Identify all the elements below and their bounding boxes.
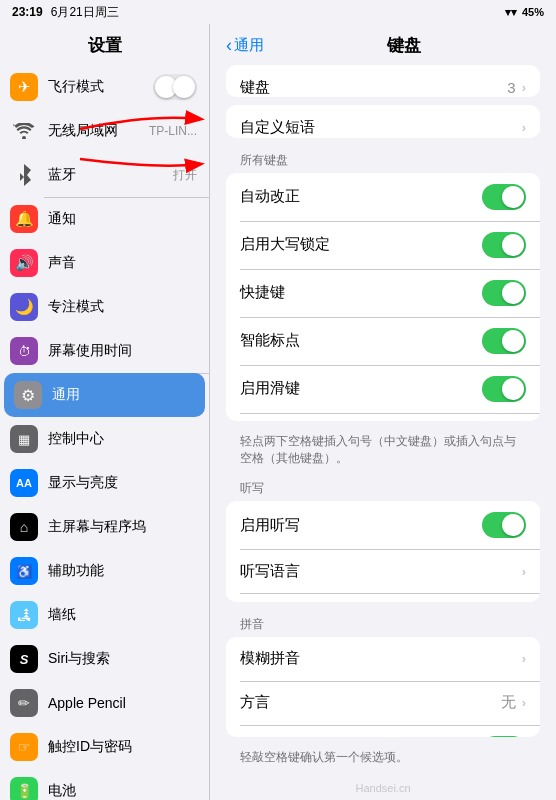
dictation-language-row[interactable]: 听写语言 › [226,549,540,593]
back-chevron-icon: ‹ [226,35,232,56]
enable-dictation-label: 启用听写 [240,516,482,535]
watermark: Handsei.cn [210,774,556,800]
period-shortcut-note: 轻点两下空格键插入句号（中文键盘）或插入句点与空格（其他键盘）。 [210,429,556,475]
sidebar-label-bluetooth: 蓝牙 [48,166,163,184]
auto-correct-label: 自动改正 [240,187,482,206]
sound-icon: 🔊 [10,249,38,277]
battery-indicator: 45% [522,6,544,18]
sidebar: 设置 ✈ 飞行模式 无线局域网 TP-LIN... 蓝牙 打开 🔔 通 [0,24,210,800]
sidebar-label-wallpaper: 墙纸 [48,606,197,624]
floating-slide-row[interactable]: 在浮动键盘上滑行键入 [226,413,540,421]
custom-shortcuts-row[interactable]: 自定义短语 › [226,105,540,137]
slide-typing-label: 启用滑键 [240,379,482,398]
keyboards-value: 3 [507,79,515,96]
keyboards-chevron-icon: › [522,80,526,95]
dialect-value: 无 [501,693,516,712]
auto-caps-row[interactable]: 启用大写锁定 [226,221,540,269]
sidebar-item-accessibility[interactable]: ♿ 辅助功能 [0,549,209,593]
touchid-icon: ☞ [10,733,38,761]
sidebar-label-general: 通用 [52,386,193,404]
dialect-label: 方言 [240,693,501,712]
dictation-section-label: 听写 [210,474,556,501]
auto-caps-label: 启用大写锁定 [240,235,482,254]
sidebar-item-general[interactable]: ⚙ 通用 [4,373,205,417]
sidebar-item-wallpaper[interactable]: 🏞 墙纸 [0,593,209,637]
sidebar-item-notification[interactable]: 🔔 通知 [0,197,209,241]
airplane-icon: ✈ [10,73,38,101]
dictation-language-label: 听写语言 [240,562,522,581]
home-icon: ⌂ [10,513,38,541]
wifi-icon: ▾▾ [505,6,517,19]
sidebar-label-control: 控制中心 [48,430,197,448]
wallpaper-icon: 🏞 [10,601,38,629]
siri-icon: S [10,645,38,673]
sidebar-item-touchid[interactable]: ☞ 触控ID与密码 [0,725,209,769]
dictation-group: 启用听写 听写语言 › 关于听写与隐私... [226,501,540,601]
bluetooth-icon [10,161,38,189]
dictation-privacy-row[interactable]: 关于听写与隐私... [226,593,540,601]
fuzzy-pinyin-row[interactable]: 模糊拼音 › [226,637,540,681]
enable-dictation-row[interactable]: 启用听写 [226,501,540,549]
auto-correct-row[interactable]: 自动改正 [226,173,540,221]
space-confirm-row[interactable]: 空格键确认 [226,725,540,737]
sidebar-item-focus[interactable]: 🌙 专注模式 [0,285,209,329]
back-label[interactable]: 通用 [234,36,264,55]
sidebar-item-screentime[interactable]: ⏱ 屏幕使用时间 [0,329,209,373]
bluetooth-value: 打开 [173,167,197,184]
sidebar-item-bluetooth[interactable]: 蓝牙 打开 [0,153,209,197]
sidebar-label-focus: 专注模式 [48,298,197,316]
custom-shortcuts-label: 自定义短语 [240,118,522,137]
focus-icon: 🌙 [10,293,38,321]
content-panel: ‹ 通用 键盘 键盘 3 › 自定义短语 › 所有键盘 自动改正 [210,24,556,800]
sidebar-label-sound: 声音 [48,254,197,272]
fuzzy-pinyin-label: 模糊拼音 [240,649,522,668]
all-keyboards-section-label: 所有键盘 [210,146,556,173]
content-title: 键盘 [268,34,540,57]
smart-punctuation-row[interactable]: 智能标点 [226,317,540,365]
dialect-row[interactable]: 方言 无 › [226,681,540,725]
status-bar: 23:19 6月21日周三 ▾▾ 45% [0,0,556,24]
main-layout: 设置 ✈ 飞行模式 无线局域网 TP-LIN... 蓝牙 打开 🔔 通 [0,24,556,800]
sidebar-label-wifi: 无线局域网 [48,122,139,140]
sidebar-item-control[interactable]: ▦ 控制中心 [0,417,209,461]
enable-dictation-toggle[interactable] [482,512,526,538]
accessibility-icon: ♿ [10,557,38,585]
shortcuts-chevron-icon: › [522,120,526,135]
wifi-icon [10,117,38,145]
sidebar-label-airplane: 飞行模式 [48,78,143,96]
sidebar-item-applepencil[interactable]: ✏ Apple Pencil [0,681,209,725]
pinyin-section-label: 拼音 [210,610,556,637]
space-confirm-note: 轻敲空格键确认第一个候选项。 [210,745,556,774]
space-confirm-toggle[interactable] [482,736,526,737]
date: 6月21日周三 [51,4,119,21]
applepencil-icon: ✏ [10,689,38,717]
sidebar-label-touchid: 触控ID与密码 [48,738,197,756]
shortcut-keys-row[interactable]: 快捷键 [226,269,540,317]
auto-correct-toggle[interactable] [482,184,526,210]
sidebar-label-battery: 电池 [48,782,197,800]
smart-punctuation-toggle[interactable] [482,328,526,354]
sidebar-item-sound[interactable]: 🔊 声音 [0,241,209,285]
keyboards-label: 键盘 [240,78,507,97]
sidebar-label-siri: Siri与搜索 [48,650,197,668]
sidebar-item-battery[interactable]: 🔋 电池 [0,769,209,800]
dictation-language-chevron-icon: › [522,564,526,579]
battery-icon: 🔋 [10,777,38,800]
slide-typing-row[interactable]: 启用滑键 [226,365,540,413]
time: 23:19 [12,5,43,19]
sidebar-label-display: 显示与亮度 [48,474,197,492]
keyboards-row[interactable]: 键盘 3 › [226,65,540,97]
slide-typing-toggle[interactable] [482,376,526,402]
keyboards-group: 键盘 3 › [226,65,540,97]
sidebar-label-applepencil: Apple Pencil [48,695,197,711]
sidebar-item-display[interactable]: AA 显示与亮度 [0,461,209,505]
auto-caps-toggle[interactable] [482,232,526,258]
sidebar-item-airplane[interactable]: ✈ 飞行模式 [0,65,209,109]
sidebar-item-siri[interactable]: S Siri与搜索 [0,637,209,681]
wifi-value: TP-LIN... [149,124,197,138]
shortcut-keys-toggle[interactable] [482,280,526,306]
back-button[interactable]: ‹ 通用 [226,35,264,56]
sidebar-item-home[interactable]: ⌂ 主屏幕与程序坞 [0,505,209,549]
sidebar-title: 设置 [0,24,209,65]
sidebar-item-wifi[interactable]: 无线局域网 TP-LIN... [0,109,209,153]
